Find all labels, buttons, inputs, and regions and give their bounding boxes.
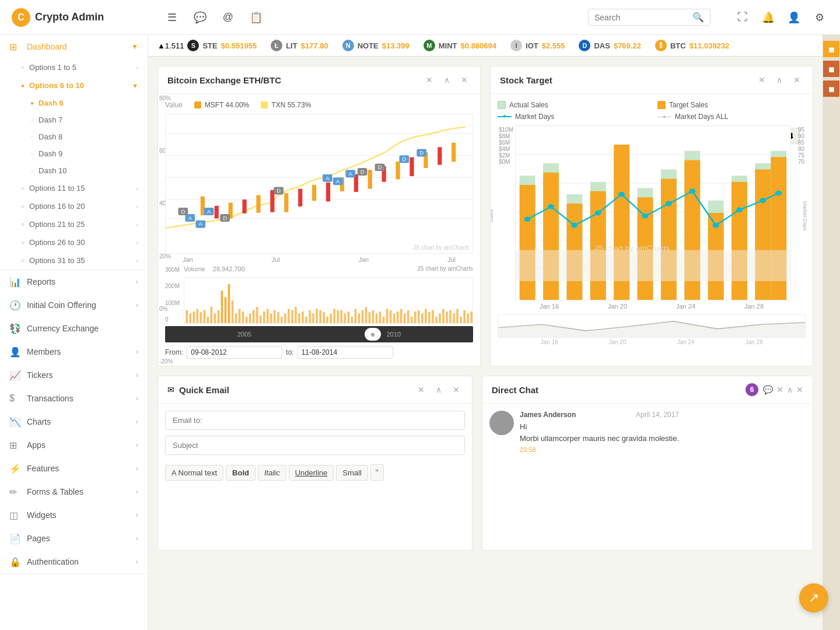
rsb-icon-3[interactable]: ◼ (823, 80, 839, 97)
sidebar-item-options-21-25[interactable]: Options 21 to 25 › (0, 215, 148, 233)
main-content: ▲1.511 S STE $0.551955 Ł LIT $177.80 N N… (148, 35, 822, 630)
sidebar-item-charts[interactable]: 📉 Charts › (0, 410, 148, 433)
svg-rect-71 (260, 316, 262, 323)
btc-minimize-button[interactable]: ✕ (423, 74, 436, 86)
at-icon[interactable]: @ (219, 9, 237, 26)
dashboard-chevron: ▼ (131, 43, 138, 51)
ticker-item-note: N NOTE $13.399 (342, 40, 410, 51)
small-button[interactable]: Small (336, 465, 368, 481)
email-to-field[interactable] (165, 411, 465, 430)
svg-rect-119 (428, 312, 430, 323)
topnav: C Crypto Admin ☰ 💬 @ 📋 🔍 ⛶ 🔔 👤 ⚙ (0, 0, 840, 35)
stock-collapse-button[interactable]: ∧ (773, 74, 786, 86)
quote-button[interactable]: " (370, 464, 384, 481)
sidebar-item-currency[interactable]: 💱 Currency Exchange (0, 317, 148, 340)
email-header: ✉ Quick Email ✕ ∧ ✕ (158, 376, 472, 404)
reports-icon: 📊 (9, 276, 21, 288)
sidebar-item-ico[interactable]: 🕐 Initial Coin Offering › (0, 293, 148, 317)
legend-actual-sales: Actual Sales (498, 101, 646, 109)
sidebar-item-widgets[interactable]: ◫ Widgets › (0, 503, 148, 527)
sidebar-item-dash-10[interactable]: Dash 10 (0, 162, 148, 179)
svg-point-164 (572, 223, 578, 228)
email-minimize-button[interactable]: ✕ (415, 383, 428, 396)
sidebar-item-dash-7[interactable]: Dash 7 (0, 111, 148, 128)
x-jan16: Jan 16 (540, 303, 559, 310)
email-collapse-button[interactable]: ∧ (432, 383, 445, 396)
rsb-icon-2[interactable]: ◼ (823, 61, 839, 77)
sidebar-item-dash-8[interactable]: Dash 8 (0, 128, 148, 145)
chat-collapse-button[interactable]: ∧ (787, 385, 793, 394)
sidebar-item-features[interactable]: ⚡ Features › (0, 457, 148, 480)
sidebar-item-options-31-35[interactable]: Options 31 to 35 › (0, 251, 148, 270)
options-11-15-label: Options 11 to 15 (29, 184, 85, 192)
y-80: 80 (790, 146, 804, 152)
svg-rect-68 (249, 313, 251, 323)
volume-chart (184, 277, 473, 324)
stock-minimize-button[interactable]: ✕ (755, 74, 768, 86)
sidebar-item-dash-9[interactable]: Dash 9 (0, 145, 148, 162)
stock-close-button[interactable]: ✕ (790, 74, 803, 86)
search-icon[interactable]: 🔍 (692, 12, 704, 23)
chat-header-icons: 💬 ✕ ∧ ✕ (763, 385, 803, 394)
normal-text-button[interactable]: A Normal text (165, 465, 223, 481)
menu-icon[interactable]: ☰ (163, 9, 181, 26)
forms-chevron: › (136, 488, 138, 496)
search-input[interactable] (594, 13, 688, 22)
chat-minimize-button[interactable]: ✕ (776, 385, 783, 394)
date-to-input[interactable] (298, 346, 393, 359)
timeline-bar[interactable]: 2005 2010 ⏺ (165, 326, 473, 342)
sidebar-item-dashboard[interactable]: ⊞ Dashboard ▼ (0, 35, 148, 58)
widgets-icon: ◫ (9, 509, 21, 521)
sidebar-item-transactions[interactable]: $ Transactions › (0, 387, 148, 410)
sidebar-item-options-6-10[interactable]: Options 6 to 10 ▼ (0, 76, 148, 94)
sidebar-item-options-26-30[interactable]: Options 26 to 30 › (0, 233, 148, 251)
svg-rect-125 (449, 310, 452, 323)
sidebar-item-options-16-20[interactable]: Options 16 to 20 › (0, 197, 148, 215)
user-icon[interactable]: 👤 (785, 9, 803, 26)
fab-button[interactable]: ↗ (799, 583, 828, 612)
email-close-button[interactable]: ✕ (450, 383, 463, 396)
svg-rect-124 (446, 312, 448, 323)
clipboard-icon[interactable]: 📋 (247, 9, 265, 26)
tickers-icon: 📈 (9, 369, 21, 381)
notification-icon[interactable]: 🔔 (760, 9, 777, 26)
chat-icon[interactable]: 💬 (191, 9, 209, 26)
rsb-icon-1[interactable]: ◼ (823, 41, 839, 57)
btc-close-button[interactable]: ✕ (458, 74, 471, 86)
svg-rect-78 (284, 313, 286, 323)
widgets-chevron: › (136, 511, 138, 519)
sidebar-item-tickers[interactable]: 📈 Tickers › (0, 363, 148, 387)
fullscreen-icon[interactable]: ⛶ (734, 9, 751, 26)
sidebar-item-members[interactable]: 👤 Members › (0, 340, 148, 363)
chat-comment-icon[interactable]: 💬 (763, 385, 773, 394)
date-from-input[interactable] (187, 346, 282, 359)
btc-collapse-button[interactable]: ∧ (440, 74, 453, 86)
sidebar-item-pages[interactable]: 📄 Pages › (0, 527, 148, 550)
bold-button[interactable]: Bold (226, 465, 256, 481)
sidebar-item-dash-6[interactable]: Dash 6 (0, 94, 148, 111)
sidebar-item-options-1-5[interactable]: Options 1 to 5 › (0, 58, 148, 76)
chat-close-button[interactable]: ✕ (796, 385, 803, 394)
y-0m: $0M (499, 159, 516, 165)
svg-rect-73 (267, 309, 269, 323)
underline-button[interactable]: Underline (289, 465, 334, 481)
search-bar[interactable]: 🔍 (588, 9, 710, 26)
svg-rect-103 (372, 310, 374, 323)
chat-badge: 6 (746, 383, 758, 396)
timeline-handle[interactable]: ⏺ (365, 328, 381, 341)
lit-icon: Ł (271, 40, 282, 51)
settings-icon[interactable]: ⚙ (811, 9, 828, 26)
sidebar-item-auth[interactable]: 🔒 Authentication › (0, 550, 148, 573)
svg-point-168 (666, 201, 672, 206)
svg-rect-93 (337, 310, 339, 323)
sidebar-item-reports[interactable]: 📊 Reports › (0, 270, 148, 293)
volume-svg (184, 278, 473, 323)
italic-button[interactable]: Italic (258, 465, 286, 481)
sidebar-item-options-11-15[interactable]: Options 11 to 15 › (0, 179, 148, 197)
sidebar-item-apps[interactable]: ⊞ Apps › (0, 433, 148, 457)
chat-meta: James Anderson April 14, 2017 (520, 411, 679, 419)
email-subject-field[interactable] (165, 436, 465, 455)
y-8m: $8M (499, 133, 516, 139)
sidebar-item-forms-tables[interactable]: ✏ Forms & Tables › (0, 480, 148, 503)
svg-text:D: D (378, 165, 382, 170)
